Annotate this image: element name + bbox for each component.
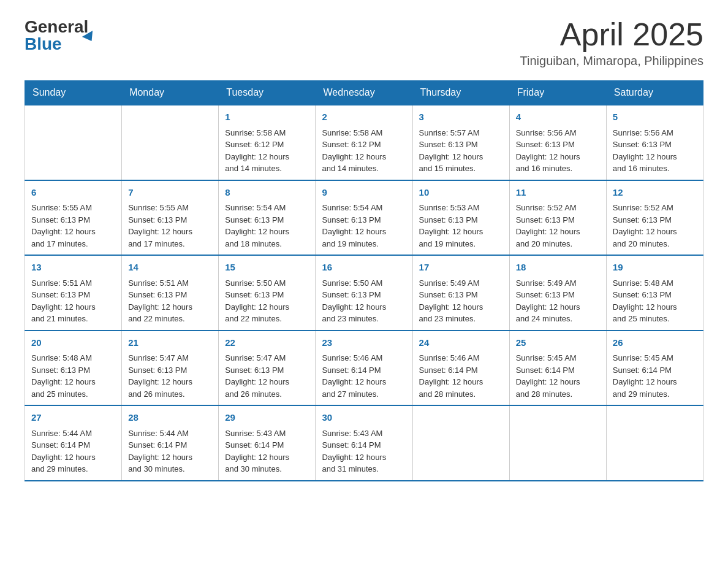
logo: General Blue <box>25 18 96 53</box>
calendar-cell: 1Sunrise: 5:58 AM Sunset: 6:12 PM Daylig… <box>219 105 316 180</box>
day-number: 13 <box>31 261 115 275</box>
calendar-cell: 30Sunrise: 5:43 AM Sunset: 6:14 PM Dayli… <box>316 405 412 481</box>
day-info: Sunrise: 5:45 AM Sunset: 6:14 PM Dayligh… <box>516 352 600 400</box>
calendar-cell: 27Sunrise: 5:44 AM Sunset: 6:14 PM Dayli… <box>25 405 122 481</box>
day-number: 24 <box>419 336 503 350</box>
weekday-header-sunday: Sunday <box>25 81 122 105</box>
calendar-cell: 15Sunrise: 5:50 AM Sunset: 6:13 PM Dayli… <box>219 255 316 331</box>
weekday-header-thursday: Thursday <box>412 81 509 105</box>
calendar-cell: 8Sunrise: 5:54 AM Sunset: 6:13 PM Daylig… <box>219 180 316 256</box>
weekday-header-monday: Monday <box>122 81 219 105</box>
day-number: 11 <box>516 186 600 200</box>
calendar-cell <box>122 105 219 180</box>
day-info: Sunrise: 5:49 AM Sunset: 6:13 PM Dayligh… <box>419 277 503 325</box>
calendar-cell: 23Sunrise: 5:46 AM Sunset: 6:14 PM Dayli… <box>316 331 412 406</box>
calendar-cell: 9Sunrise: 5:54 AM Sunset: 6:13 PM Daylig… <box>316 180 412 256</box>
weekday-header-friday: Friday <box>509 81 606 105</box>
calendar-week-row: 27Sunrise: 5:44 AM Sunset: 6:14 PM Dayli… <box>25 405 703 481</box>
day-info: Sunrise: 5:43 AM Sunset: 6:14 PM Dayligh… <box>225 427 309 475</box>
calendar-cell: 14Sunrise: 5:51 AM Sunset: 6:13 PM Dayli… <box>122 255 219 331</box>
day-info: Sunrise: 5:45 AM Sunset: 6:14 PM Dayligh… <box>613 352 697 400</box>
day-info: Sunrise: 5:43 AM Sunset: 6:14 PM Dayligh… <box>322 427 406 475</box>
day-info: Sunrise: 5:47 AM Sunset: 6:13 PM Dayligh… <box>128 352 212 400</box>
day-info: Sunrise: 5:48 AM Sunset: 6:13 PM Dayligh… <box>613 277 697 325</box>
calendar-cell: 10Sunrise: 5:53 AM Sunset: 6:13 PM Dayli… <box>412 180 509 256</box>
day-number: 7 <box>128 186 212 200</box>
calendar-cell: 18Sunrise: 5:49 AM Sunset: 6:13 PM Dayli… <box>509 255 606 331</box>
calendar-cell: 25Sunrise: 5:45 AM Sunset: 6:14 PM Dayli… <box>509 331 606 406</box>
day-number: 29 <box>225 411 309 425</box>
page-header: General Blue April 2025 Tiniguiban, Mima… <box>25 18 703 68</box>
day-number: 22 <box>225 336 309 350</box>
day-info: Sunrise: 5:55 AM Sunset: 6:13 PM Dayligh… <box>31 202 115 250</box>
day-info: Sunrise: 5:58 AM Sunset: 6:12 PM Dayligh… <box>225 127 309 175</box>
day-info: Sunrise: 5:47 AM Sunset: 6:13 PM Dayligh… <box>225 352 309 400</box>
calendar-week-row: 13Sunrise: 5:51 AM Sunset: 6:13 PM Dayli… <box>25 255 703 331</box>
calendar-cell: 29Sunrise: 5:43 AM Sunset: 6:14 PM Dayli… <box>219 405 316 481</box>
calendar-cell: 7Sunrise: 5:55 AM Sunset: 6:13 PM Daylig… <box>122 180 219 256</box>
day-number: 2 <box>322 110 406 124</box>
day-number: 25 <box>516 336 600 350</box>
calendar-cell: 12Sunrise: 5:52 AM Sunset: 6:13 PM Dayli… <box>606 180 703 256</box>
day-info: Sunrise: 5:46 AM Sunset: 6:14 PM Dayligh… <box>419 352 503 400</box>
day-info: Sunrise: 5:46 AM Sunset: 6:14 PM Dayligh… <box>322 352 406 400</box>
day-number: 8 <box>225 186 309 200</box>
calendar-cell: 26Sunrise: 5:45 AM Sunset: 6:14 PM Dayli… <box>606 331 703 406</box>
calendar-cell: 16Sunrise: 5:50 AM Sunset: 6:13 PM Dayli… <box>316 255 412 331</box>
calendar-cell: 2Sunrise: 5:58 AM Sunset: 6:12 PM Daylig… <box>316 105 412 180</box>
day-number: 20 <box>31 336 115 350</box>
day-info: Sunrise: 5:56 AM Sunset: 6:13 PM Dayligh… <box>613 127 697 175</box>
day-number: 27 <box>31 411 115 425</box>
day-info: Sunrise: 5:54 AM Sunset: 6:13 PM Dayligh… <box>225 202 309 250</box>
day-number: 18 <box>516 261 600 275</box>
calendar-cell: 3Sunrise: 5:57 AM Sunset: 6:13 PM Daylig… <box>412 105 509 180</box>
day-number: 28 <box>128 411 212 425</box>
calendar-cell: 24Sunrise: 5:46 AM Sunset: 6:14 PM Dayli… <box>412 331 509 406</box>
day-number: 12 <box>613 186 697 200</box>
day-number: 6 <box>31 186 115 200</box>
day-number: 21 <box>128 336 212 350</box>
day-number: 3 <box>419 110 503 124</box>
calendar-cell: 17Sunrise: 5:49 AM Sunset: 6:13 PM Dayli… <box>412 255 509 331</box>
calendar-cell: 11Sunrise: 5:52 AM Sunset: 6:13 PM Dayli… <box>509 180 606 256</box>
calendar-cell: 20Sunrise: 5:48 AM Sunset: 6:13 PM Dayli… <box>25 331 122 406</box>
day-number: 23 <box>322 336 406 350</box>
day-number: 19 <box>613 261 697 275</box>
logo-blue-text: Blue <box>25 36 88 53</box>
title-block: April 2025 Tiniguiban, Mimaropa, Philipp… <box>520 18 703 68</box>
day-info: Sunrise: 5:52 AM Sunset: 6:13 PM Dayligh… <box>516 202 600 250</box>
day-info: Sunrise: 5:53 AM Sunset: 6:13 PM Dayligh… <box>419 202 503 250</box>
month-title: April 2025 <box>520 18 703 50</box>
day-number: 5 <box>613 110 697 124</box>
calendar-cell: 6Sunrise: 5:55 AM Sunset: 6:13 PM Daylig… <box>25 180 122 256</box>
day-info: Sunrise: 5:58 AM Sunset: 6:12 PM Dayligh… <box>322 127 406 175</box>
day-info: Sunrise: 5:48 AM Sunset: 6:13 PM Dayligh… <box>31 352 115 400</box>
day-info: Sunrise: 5:51 AM Sunset: 6:13 PM Dayligh… <box>31 277 115 325</box>
weekday-header-tuesday: Tuesday <box>219 81 316 105</box>
day-info: Sunrise: 5:55 AM Sunset: 6:13 PM Dayligh… <box>128 202 212 250</box>
weekday-header-wednesday: Wednesday <box>316 81 412 105</box>
day-info: Sunrise: 5:49 AM Sunset: 6:13 PM Dayligh… <box>516 277 600 325</box>
day-number: 26 <box>613 336 697 350</box>
calendar-cell: 13Sunrise: 5:51 AM Sunset: 6:13 PM Dayli… <box>25 255 122 331</box>
calendar-cell: 22Sunrise: 5:47 AM Sunset: 6:13 PM Dayli… <box>219 331 316 406</box>
day-info: Sunrise: 5:44 AM Sunset: 6:14 PM Dayligh… <box>31 427 115 475</box>
calendar-cell: 4Sunrise: 5:56 AM Sunset: 6:13 PM Daylig… <box>509 105 606 180</box>
calendar-cell: 28Sunrise: 5:44 AM Sunset: 6:14 PM Dayli… <box>122 405 219 481</box>
day-number: 30 <box>322 411 406 425</box>
day-number: 10 <box>419 186 503 200</box>
day-info: Sunrise: 5:51 AM Sunset: 6:13 PM Dayligh… <box>128 277 212 325</box>
day-info: Sunrise: 5:56 AM Sunset: 6:13 PM Dayligh… <box>516 127 600 175</box>
calendar-cell <box>606 405 703 481</box>
calendar-cell: 19Sunrise: 5:48 AM Sunset: 6:13 PM Dayli… <box>606 255 703 331</box>
calendar-week-row: 1Sunrise: 5:58 AM Sunset: 6:12 PM Daylig… <box>25 105 703 180</box>
calendar-cell: 21Sunrise: 5:47 AM Sunset: 6:13 PM Dayli… <box>122 331 219 406</box>
calendar-header-row: SundayMondayTuesdayWednesdayThursdayFrid… <box>25 81 703 105</box>
day-number: 14 <box>128 261 212 275</box>
day-info: Sunrise: 5:57 AM Sunset: 6:13 PM Dayligh… <box>419 127 503 175</box>
day-number: 9 <box>322 186 406 200</box>
calendar-week-row: 6Sunrise: 5:55 AM Sunset: 6:13 PM Daylig… <box>25 180 703 256</box>
day-info: Sunrise: 5:50 AM Sunset: 6:13 PM Dayligh… <box>225 277 309 325</box>
day-number: 1 <box>225 110 309 124</box>
calendar-week-row: 20Sunrise: 5:48 AM Sunset: 6:13 PM Dayli… <box>25 331 703 406</box>
